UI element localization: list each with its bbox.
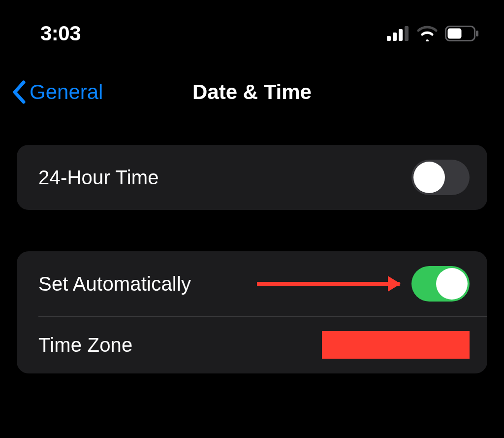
row-24-hour-time[interactable]: 24-Hour Time: [17, 145, 487, 210]
nav-bar: General Date & Time: [0, 65, 504, 119]
time-zone-value-redaction: [322, 331, 470, 359]
status-bar: 3:03: [0, 0, 504, 50]
settings-group-1: 24-Hour Time: [17, 145, 487, 210]
status-icons: [387, 26, 479, 41]
svg-rect-3: [405, 26, 409, 41]
svg-rect-5: [448, 29, 462, 39]
battery-icon: [445, 26, 479, 41]
arrow-annotation-icon: [257, 282, 400, 286]
cellular-signal-icon: [387, 26, 410, 41]
row-label-24-hour-time: 24-Hour Time: [38, 167, 159, 189]
page-title: Date & Time: [192, 80, 312, 104]
row-label-time-zone: Time Zone: [38, 334, 133, 356]
row-time-zone[interactable]: Time Zone: [17, 316, 487, 373]
chevron-left-icon: [12, 80, 27, 104]
back-button[interactable]: General: [12, 80, 103, 104]
svg-rect-6: [476, 31, 478, 36]
status-time: 3:03: [40, 22, 81, 45]
svg-rect-1: [393, 33, 397, 41]
svg-rect-0: [387, 36, 391, 41]
toggle-knob: [436, 268, 468, 300]
toggle-24-hour-time[interactable]: [411, 160, 470, 195]
toggle-set-automatically[interactable]: [411, 266, 470, 302]
settings-group-2: Set Automatically Time Zone: [17, 251, 487, 373]
row-label-set-automatically: Set Automatically: [38, 273, 191, 295]
toggle-knob: [413, 162, 445, 193]
wifi-icon: [416, 26, 438, 41]
back-label: General: [30, 80, 103, 104]
svg-rect-2: [399, 29, 403, 41]
row-set-automatically[interactable]: Set Automatically: [17, 251, 487, 316]
